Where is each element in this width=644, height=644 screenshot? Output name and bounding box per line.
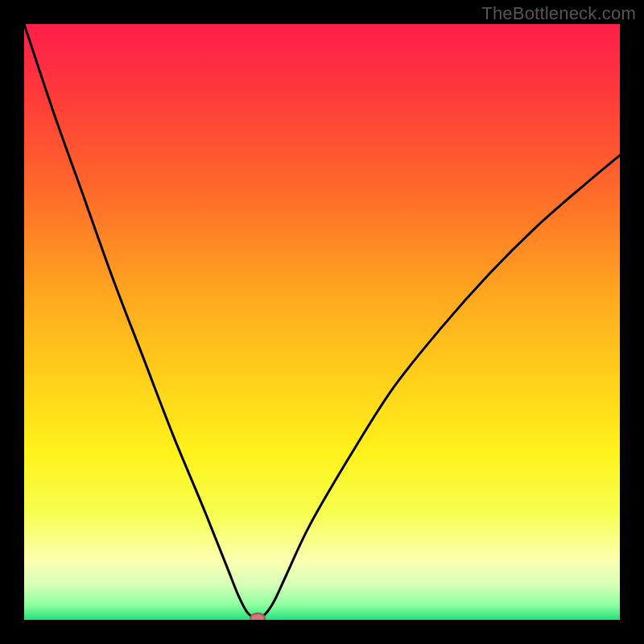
gradient-background xyxy=(24,24,620,620)
optimal-marker xyxy=(250,613,265,620)
plot-area xyxy=(24,24,620,620)
watermark-text: TheBottleneck.com xyxy=(481,3,636,24)
chart-frame: TheBottleneck.com xyxy=(0,0,644,644)
plot-svg xyxy=(24,24,620,620)
